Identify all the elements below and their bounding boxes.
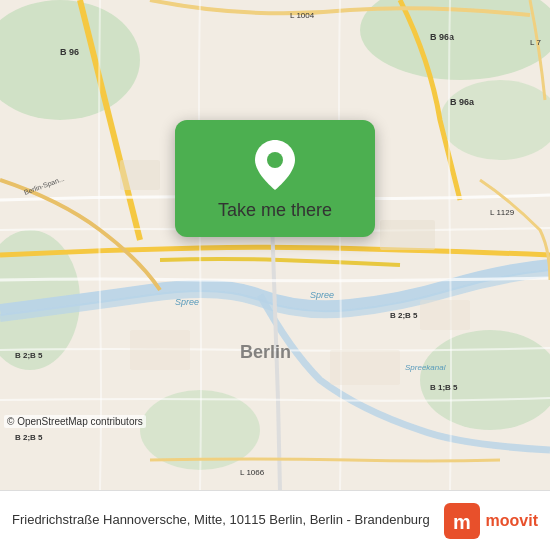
svg-text:Spree: Spree [310,290,334,300]
pin-icon [255,140,295,190]
svg-rect-29 [420,300,470,330]
svg-text:Spreekanal: Spreekanal [405,363,446,372]
svg-text:Berlin: Berlin [240,342,291,362]
moovit-icon: m [444,503,480,539]
svg-text:L 1129: L 1129 [490,208,515,217]
svg-rect-23 [120,160,160,190]
moovit-name-text: moovit [486,512,538,530]
svg-text:B 2;B 5: B 2;B 5 [390,311,418,320]
svg-text:m: m [453,511,471,533]
svg-point-30 [267,152,283,168]
svg-text:L 1066: L 1066 [240,468,265,477]
svg-text:B 2;B 5: B 2;B 5 [15,351,43,360]
svg-text:B 1;B 5: B 1;B 5 [430,383,458,392]
bottom-bar: Friedrichstraße Hannoversche, Mitte, 101… [0,490,550,550]
address-text: Friedrichstraße Hannoversche, Mitte, 101… [12,511,444,529]
svg-text:B 96a: B 96a [450,97,475,107]
location-card[interactable]: Take me there [175,120,375,237]
svg-text:B 96: B 96 [60,47,79,57]
svg-text:B 96a: B 96a [430,32,455,42]
svg-rect-26 [380,220,435,250]
moovit-logo[interactable]: m moovit [444,503,538,539]
svg-text:L 7: L 7 [530,38,541,47]
map-container: B 96 B 96a B 96a L 1004 L 7 Berlin-Span.… [0,0,550,490]
svg-rect-27 [130,330,190,370]
svg-text:Spree: Spree [175,297,199,307]
osm-attribution: © OpenStreetMap contributors [4,415,146,428]
svg-text:B 2;B 5: B 2;B 5 [15,433,43,442]
svg-text:L 1004: L 1004 [290,11,315,20]
svg-rect-28 [330,350,400,385]
take-me-there-button[interactable]: Take me there [218,200,332,221]
